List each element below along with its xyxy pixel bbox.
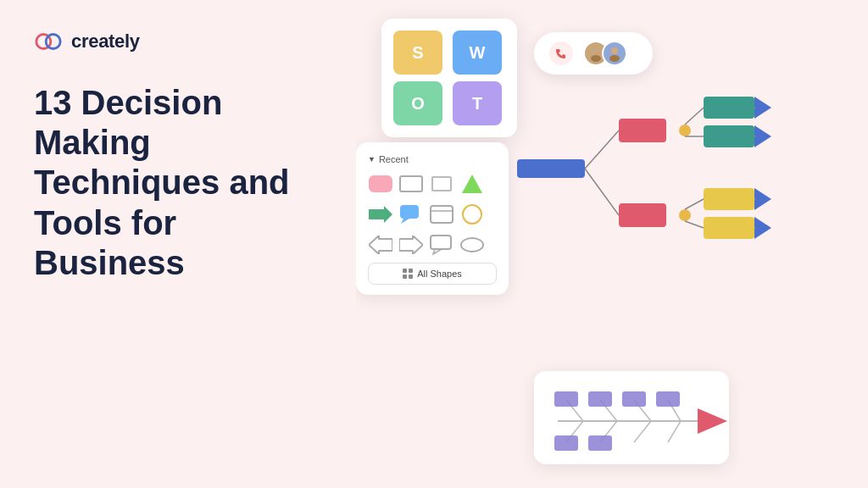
svg-marker-11	[369, 236, 392, 254]
svg-rect-55	[554, 435, 578, 451]
logo-text: creately	[71, 30, 140, 53]
svg-rect-54	[656, 391, 680, 407]
svg-line-23	[585, 169, 619, 215]
left-panel: creately 13 Decision Making Techniques a…	[0, 0, 356, 488]
svg-line-33	[685, 221, 704, 228]
shapes-row-2	[368, 202, 497, 227]
recent-label: ▼ Recent	[368, 154, 497, 164]
creately-logo-icon	[34, 32, 63, 51]
shape-speech-icon[interactable]	[398, 202, 424, 227]
svg-rect-27	[704, 125, 754, 147]
headline-line5: Business	[34, 244, 185, 281]
shape-oval-icon[interactable]	[459, 232, 485, 258]
svg-rect-15	[403, 269, 407, 273]
svg-point-1	[46, 35, 60, 49]
logo-row: creately	[34, 30, 322, 53]
svg-marker-8	[401, 219, 409, 224]
svg-rect-51	[554, 391, 578, 407]
svg-rect-19	[517, 159, 585, 178]
svg-marker-57	[698, 408, 727, 434]
swot-grid: S W O T	[393, 30, 505, 125]
headline-line2: Making	[34, 124, 151, 161]
shapes-panel: ▼ Recent	[356, 142, 509, 295]
all-shapes-button[interactable]: All Shapes	[368, 263, 497, 285]
svg-rect-29	[704, 217, 754, 239]
shape-rect-outline-icon[interactable]	[398, 171, 424, 197]
svg-rect-21	[619, 203, 666, 227]
headline-line4: Tools for	[34, 204, 176, 241]
svg-rect-16	[409, 269, 413, 273]
svg-rect-20	[619, 119, 666, 142]
shapes-row-3	[368, 232, 497, 258]
svg-marker-34	[754, 97, 771, 119]
svg-line-22	[585, 130, 619, 169]
shape-green-arrow-icon[interactable]	[368, 202, 393, 227]
svg-point-25	[679, 209, 691, 221]
svg-marker-36	[754, 188, 771, 210]
svg-rect-13	[431, 236, 451, 249]
svg-rect-9	[431, 206, 453, 223]
shape-right-arrow-icon[interactable]	[398, 232, 424, 258]
swot-o-cell: O	[393, 81, 442, 125]
svg-marker-6	[369, 206, 392, 223]
fishbone-card	[534, 371, 729, 464]
swot-card: S W O T	[381, 19, 517, 137]
svg-line-50	[668, 421, 681, 442]
right-panel: S W O T	[356, 0, 868, 488]
headline-line1: 13 Decision	[34, 84, 222, 121]
svg-rect-18	[409, 274, 413, 279]
shape-lined-rect-icon[interactable]	[429, 202, 454, 227]
shape-comment-icon[interactable]	[429, 232, 454, 258]
shape-rect2-icon[interactable]	[429, 171, 454, 197]
svg-line-32	[685, 199, 704, 209]
shape-circle-icon[interactable]	[459, 202, 485, 227]
svg-rect-53	[622, 391, 646, 407]
svg-rect-56	[588, 435, 612, 451]
shape-left-arrow-icon[interactable]	[368, 232, 393, 258]
svg-marker-35	[754, 125, 771, 147]
shape-rounded-rect-icon[interactable]	[368, 171, 393, 197]
svg-rect-17	[403, 274, 407, 279]
swot-t-cell: T	[453, 81, 502, 125]
headline-line3: Techniques and	[34, 164, 290, 201]
svg-marker-37	[754, 217, 771, 239]
decision-tree-diagram	[517, 51, 839, 322]
svg-marker-12	[399, 236, 423, 254]
all-shapes-label: All Shapes	[417, 269, 462, 279]
shape-triangle-icon[interactable]	[459, 171, 485, 197]
svg-point-24	[679, 125, 691, 136]
headline: 13 Decision Making Techniques and Tools …	[34, 83, 322, 283]
svg-rect-7	[400, 205, 419, 219]
svg-rect-52	[588, 391, 612, 407]
recent-text: Recent	[379, 154, 409, 164]
swot-s-cell: S	[393, 30, 442, 75]
swot-w-cell: W	[453, 30, 502, 75]
svg-line-49	[634, 421, 651, 442]
svg-rect-26	[704, 97, 754, 119]
svg-line-30	[685, 108, 704, 125]
shapes-row-1	[368, 171, 497, 197]
svg-rect-28	[704, 188, 754, 210]
